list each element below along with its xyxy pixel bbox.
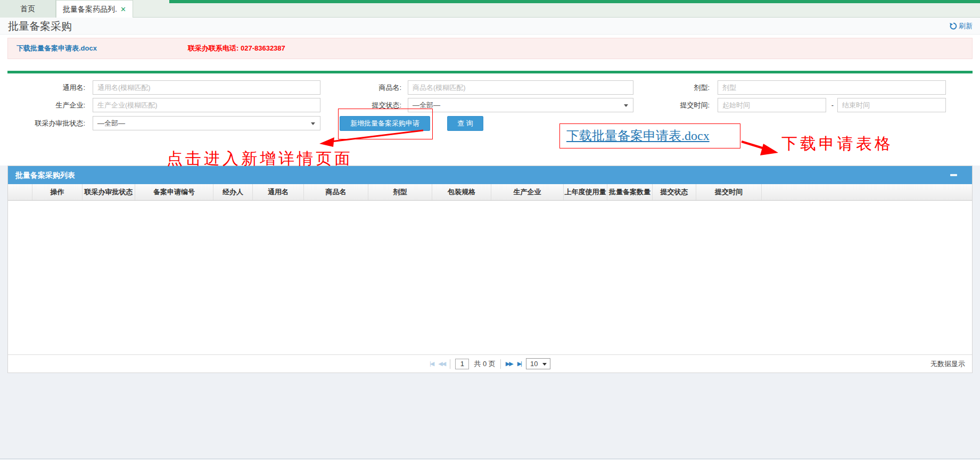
page-number-input[interactable] [455, 359, 469, 369]
prev-page-icon[interactable]: ◀◀ [438, 360, 445, 367]
col-approval-status: 联采办审批状态 [83, 184, 135, 200]
grid-empty-body [8, 201, 972, 354]
refresh-label: 刷新 [959, 21, 973, 31]
col-filing-no: 备案申请编号 [135, 184, 213, 200]
col-submit-time: 提交时间 [696, 184, 762, 200]
annotation-left-note: 点击进入新增详情页面 [167, 148, 353, 170]
batch-filing-grid-panel: 批量备案采购列表 操作 联采办审批状态 备案申请编号 经办人 通用名 商品名 剂… [7, 166, 973, 373]
next-page-icon[interactable]: ▶▶ [506, 360, 513, 367]
col-generic-name: 通用名 [253, 184, 304, 200]
submit-status-select[interactable]: —全部— [408, 98, 633, 112]
collapse-icon[interactable] [950, 174, 957, 176]
last-page-icon[interactable]: ▶| [517, 360, 521, 367]
tab-batch-filing-label: 批量备案药品列. [63, 1, 117, 18]
time-range-separator: - [829, 98, 836, 112]
generic-name-label: 通用名: [0, 80, 85, 95]
col-checkbox [8, 184, 32, 200]
col-product-name: 商品名 [304, 184, 368, 200]
pager-separator [450, 359, 450, 369]
col-actions: 操作 [32, 184, 83, 200]
annotation-right-note: 下载申请表格 [781, 133, 893, 155]
refresh-icon [950, 22, 957, 30]
approval-status-value: —全部— [97, 119, 125, 127]
generic-name-input[interactable] [93, 80, 320, 95]
col-pack-spec: 包装规格 [432, 184, 491, 200]
grid-title-bar: 批量备案采购列表 [8, 166, 972, 184]
manufacturer-label: 生产企业: [0, 98, 85, 112]
grid-pager: |◀ ◀◀ 共 0 页 ▶▶ ▶| 10 无数据显示 [8, 354, 972, 373]
chevron-down-icon [542, 363, 547, 366]
no-data-label: 无数据显示 [930, 355, 965, 373]
col-filler [762, 184, 972, 200]
col-submit-status: 提交状态 [653, 184, 696, 200]
submit-time-start-input[interactable] [718, 98, 826, 112]
submit-time-end-input[interactable] [837, 98, 946, 112]
grid-title: 批量备案采购列表 [15, 171, 75, 179]
col-manufacturer: 生产企业 [491, 184, 564, 200]
form-accent-bar [7, 71, 973, 73]
approval-status-label: 联采办审批状态: [0, 116, 85, 130]
col-dosage-form: 剂型 [368, 184, 432, 200]
chevron-down-icon [624, 104, 628, 107]
manufacturer-input[interactable] [93, 98, 320, 112]
query-button[interactable]: 查 询 [447, 116, 483, 131]
refresh-button[interactable]: 刷新 [950, 18, 973, 35]
first-page-icon[interactable]: |◀ [430, 360, 433, 367]
submit-status-value: —全部— [413, 101, 440, 109]
page-size-value: 10 [530, 360, 538, 368]
col-handler: 经办人 [213, 184, 253, 200]
submit-time-label: 提交时间: [633, 98, 710, 112]
col-last-year-usage: 上年度使用量 [564, 184, 607, 200]
download-template-link-2[interactable]: 下载批量备案申请表.docx [560, 124, 740, 148]
col-batch-quantity: 批量备案数量 [607, 184, 653, 200]
bottom-bar [0, 459, 980, 463]
page-size-select[interactable]: 10 [526, 358, 550, 369]
title-bar: 批量备案采购 刷新 [0, 18, 980, 35]
grid-column-header: 操作 联采办审批状态 备案申请编号 经办人 通用名 商品名 剂型 包装规格 生产… [8, 184, 972, 201]
pager-separator [500, 359, 501, 369]
close-icon[interactable]: ✕ [120, 6, 126, 13]
product-name-input[interactable] [408, 80, 633, 95]
tab-home-label: 首页 [20, 4, 35, 13]
page-title: 批量备案采购 [8, 18, 72, 35]
total-pages-label: 共 0 页 [474, 359, 495, 369]
top-accent-strip [169, 0, 980, 3]
tab-batch-filing[interactable]: 批量备案药品列. ✕ [56, 0, 133, 18]
dosage-form-label: 剂型: [633, 80, 710, 95]
product-name-label: 商品名: [322, 80, 401, 95]
contact-phone-text: 联采办联系电话: 027-83632387 [188, 38, 285, 59]
dosage-form-input[interactable] [718, 80, 946, 95]
submit-status-label: 提交状态: [322, 98, 401, 112]
add-batch-filing-button[interactable]: 新增批量备案采购申请 [340, 116, 430, 131]
annotation-box-download-link: 下载批量备案申请表.docx [559, 123, 740, 148]
download-template-link[interactable]: 下载批量备案申请表.docx [17, 38, 97, 59]
notice-bar: 下载批量备案申请表.docx 联采办联系电话: 027-83632387 [7, 38, 973, 59]
approval-status-select[interactable]: —全部— [93, 116, 320, 130]
tab-bar: 首页 批量备案药品列. ✕ [0, 0, 980, 18]
tab-home[interactable]: 首页 [0, 0, 56, 18]
chevron-down-icon [311, 122, 315, 125]
